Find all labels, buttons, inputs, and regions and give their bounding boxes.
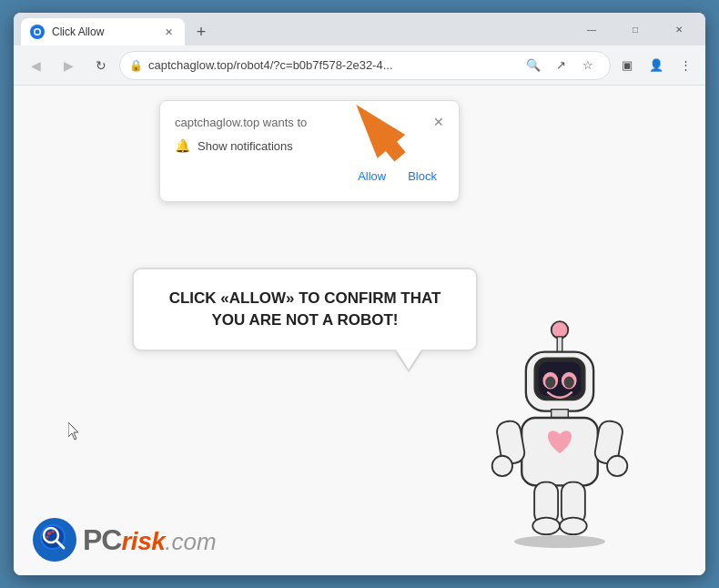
title-bar: Click Allow ✕ + — □ ✕ — [14, 13, 705, 46]
browser-window: Click Allow ✕ + — □ ✕ ◀ ▶ ↻ 🔒 captchaglo… — [14, 13, 705, 575]
lock-icon: 🔒 — [129, 59, 143, 72]
popup-notification-text: Show notifications — [197, 139, 293, 153]
extensions-icon: ▣ — [622, 58, 633, 72]
svg-point-21 — [532, 518, 560, 535]
reload-button[interactable]: ↻ — [86, 51, 116, 80]
dotcom-text: .com — [165, 528, 216, 556]
profile-icon: 👤 — [649, 58, 663, 72]
orange-arrow — [332, 91, 414, 177]
url-text: captchaglow.top/robot4/?c=b0b7f578-2e32-… — [148, 58, 515, 72]
tab-favicon — [30, 25, 45, 39]
share-icon-btn[interactable]: ↗ — [548, 53, 573, 78]
browser-content: captchaglow.top wants to ✕ 🔔 Show notifi… — [14, 86, 705, 575]
address-bar[interactable]: 🔒 captchaglow.top/robot4/?c=b0b7f578-2e3… — [119, 51, 611, 80]
svg-point-29 — [52, 531, 55, 533]
svg-point-5 — [552, 321, 569, 339]
share-icon: ↗ — [556, 58, 566, 72]
robot-shadow — [514, 535, 605, 548]
bookmark-icon-btn[interactable]: ☆ — [575, 53, 601, 78]
svg-point-12 — [545, 377, 555, 389]
navigation-bar: ◀ ▶ ↻ 🔒 captchaglow.top/robot4/?c=b0b7f5… — [14, 46, 705, 86]
svg-point-30 — [46, 536, 49, 539]
svg-point-23 — [560, 518, 587, 535]
close-button[interactable]: ✕ — [658, 13, 700, 46]
bell-icon: 🔔 — [175, 138, 190, 153]
svg-point-1 — [35, 30, 40, 35]
bookmark-icon: ☆ — [582, 58, 593, 72]
menu-icon: ⋮ — [680, 58, 692, 72]
popup-close-button[interactable]: ✕ — [433, 116, 444, 128]
search-icon-btn[interactable]: 🔍 — [521, 53, 546, 78]
profile-button[interactable]: 👤 — [643, 53, 669, 78]
svg-point-19 — [607, 456, 627, 476]
svg-point-17 — [492, 456, 512, 476]
tabs-area: Click Allow ✕ + — [14, 13, 565, 46]
popup-title: captchaglow.top wants to — [175, 116, 307, 129]
speech-bubble: CLICK «ALLOW» TO CONFIRM THAT YOU ARE NO… — [132, 268, 478, 351]
search-icon: 🔍 — [526, 58, 541, 72]
speech-bubble-text: CLICK «ALLOW» TO CONFIRM THAT YOU ARE NO… — [156, 288, 454, 331]
forward-button[interactable]: ▶ — [54, 51, 83, 80]
svg-marker-4 — [68, 422, 78, 440]
risk-text: risk — [121, 527, 165, 556]
back-button[interactable]: ◀ — [21, 51, 50, 80]
reload-icon: ↻ — [96, 58, 106, 73]
window-controls: — □ ✕ — [565, 13, 705, 46]
pcrisk-logo: PC risk .com — [32, 517, 217, 563]
tab-close-button[interactable]: ✕ — [161, 25, 176, 39]
notification-popup: captchaglow.top wants to ✕ 🔔 Show notifi… — [159, 100, 460, 202]
address-bar-icons: 🔍 ↗ ☆ — [521, 53, 601, 78]
new-tab-button[interactable]: + — [188, 19, 214, 45]
svg-marker-3 — [342, 93, 414, 168]
pc-letters: PC — [83, 523, 121, 557]
tab-title: Click Allow — [52, 25, 154, 38]
maximize-button[interactable]: □ — [614, 13, 656, 46]
minimize-button[interactable]: — — [571, 13, 613, 46]
svg-point-28 — [47, 532, 51, 535]
svg-point-13 — [564, 377, 574, 389]
menu-button[interactable]: ⋮ — [673, 53, 698, 78]
active-tab[interactable]: Click Allow ✕ — [21, 18, 185, 46]
robot-illustration — [469, 311, 651, 548]
cursor — [68, 422, 81, 441]
extensions-button[interactable]: ▣ — [614, 53, 640, 78]
back-icon: ◀ — [31, 58, 41, 73]
forward-icon: ▶ — [64, 58, 74, 73]
